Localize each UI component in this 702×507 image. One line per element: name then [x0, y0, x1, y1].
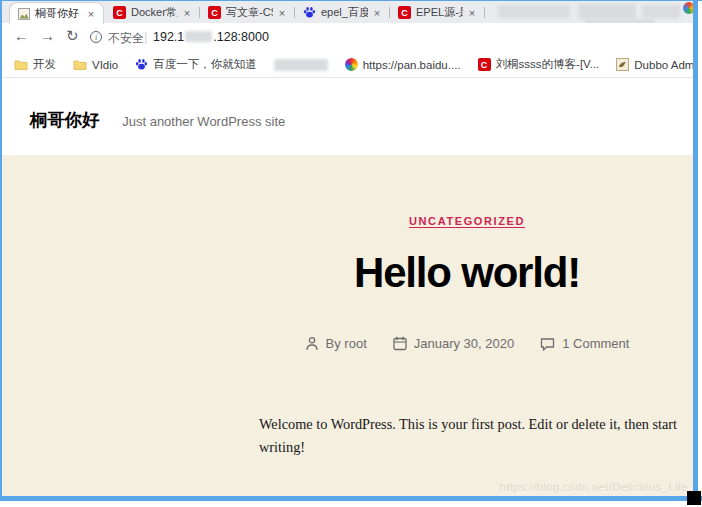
category-link[interactable]: UNCATEGORIZED	[232, 215, 702, 227]
baidu-paw-icon	[135, 58, 148, 71]
tab-title: EPEL源-是什么	[416, 5, 463, 20]
reload-icon[interactable]: ↻	[66, 27, 79, 45]
dubbo-icon	[616, 58, 629, 71]
meta-author[interactable]: By root	[305, 336, 367, 351]
tab-baidu-search[interactable]: epel_百度搜索 ×	[295, 2, 389, 23]
post-title: Hello world!	[232, 249, 702, 297]
comment-icon	[540, 337, 555, 351]
post-meta: By root January 30, 2020 1 Comment	[232, 336, 702, 351]
site-header: 桐哥你好 Just another WordPress site	[2, 78, 693, 155]
tab-close-icon[interactable]: ×	[181, 7, 193, 19]
tab-close-icon[interactable]: ×	[85, 8, 97, 20]
calendar-icon	[393, 336, 407, 351]
censored-tab	[578, 4, 636, 19]
bookmark-folder-dev[interactable]: 开发	[14, 57, 56, 72]
forward-icon[interactable]: →	[40, 27, 55, 44]
csdn-icon: C	[113, 6, 126, 19]
censored-bookmark	[274, 59, 328, 71]
address-url[interactable]: 192.1.128:8000	[153, 30, 269, 44]
meta-comments[interactable]: 1 Comment	[540, 336, 629, 351]
tab-docker-commands[interactable]: C Docker常用命 ×	[105, 2, 199, 23]
tab-title: 桐哥你好 – Jus	[35, 6, 82, 21]
bookmark-folder-vidio[interactable]: VIdio	[73, 59, 118, 71]
folder-icon	[73, 59, 87, 70]
censored-tab	[642, 5, 680, 18]
site-title[interactable]: 桐哥你好	[30, 108, 99, 132]
bookmark-baidu[interactable]: 百度一下，你就知道	[135, 57, 257, 72]
tab-csdn-write[interactable]: C 写文章-CSDN ×	[200, 2, 294, 23]
baidu-paw-icon	[303, 6, 316, 19]
frame-border-bottom	[0, 496, 702, 501]
baidu-pan-icon	[345, 58, 358, 71]
tab-close-icon[interactable]: ×	[371, 7, 383, 19]
browser-toolbar	[2, 23, 693, 52]
site-favicon	[18, 8, 30, 20]
back-icon[interactable]: ←	[14, 27, 29, 44]
resize-handle[interactable]	[687, 491, 701, 505]
bookmark-dubbo-admin[interactable]: Dubbo Admin	[616, 58, 693, 71]
info-icon[interactable]: i	[90, 31, 102, 43]
bookmark-csdn-blog[interactable]: C 刘桐ssss的博客-[V...	[478, 57, 600, 72]
tab-wordpress-site[interactable]: 桐哥你好 – Jus ×	[9, 2, 104, 24]
browser-window: 桐哥你好 – Jus × C Docker常用命 × C 写文章-CSDN × …	[0, 0, 702, 507]
bookmark-baidu-pan[interactable]: https://pan.baidu....	[345, 58, 461, 71]
tab-title: epel_百度搜索	[321, 5, 368, 20]
meta-date[interactable]: January 30, 2020	[393, 336, 514, 351]
tab-epel-source[interactable]: C EPEL源-是什么 ×	[390, 2, 484, 23]
censored-tab	[498, 5, 570, 18]
tab-separator	[484, 7, 485, 18]
bookmark-censored[interactable]	[274, 59, 328, 71]
author-icon	[305, 336, 319, 351]
tab-close-icon[interactable]: ×	[276, 7, 288, 19]
folder-icon	[14, 59, 28, 70]
post-body-text: Welcome to WordPress. This is your first…	[259, 413, 689, 459]
security-label[interactable]: 不安全	[108, 30, 144, 47]
bookmarks-bar: 开发 VIdio 百度一下，你就知道 https://pan.baidu....…	[2, 52, 693, 78]
omnibox-divider: |	[144, 29, 147, 44]
tab-title: 写文章-CSDN	[226, 5, 273, 20]
csdn-icon: C	[208, 6, 221, 19]
censored-ip-segment	[185, 31, 212, 42]
frame-border-left	[0, 0, 2, 501]
site-tagline: Just another WordPress site	[122, 114, 285, 129]
tab-close-icon[interactable]: ×	[466, 7, 478, 19]
csdn-icon: C	[398, 6, 411, 19]
frame-border-top	[0, 0, 702, 1]
watermark: https://blog.csdn.net/Delicious_Life	[499, 481, 688, 493]
frame-border-right	[693, 0, 698, 497]
csdn-icon: C	[478, 58, 491, 71]
tab-title: Docker常用命	[131, 5, 178, 20]
